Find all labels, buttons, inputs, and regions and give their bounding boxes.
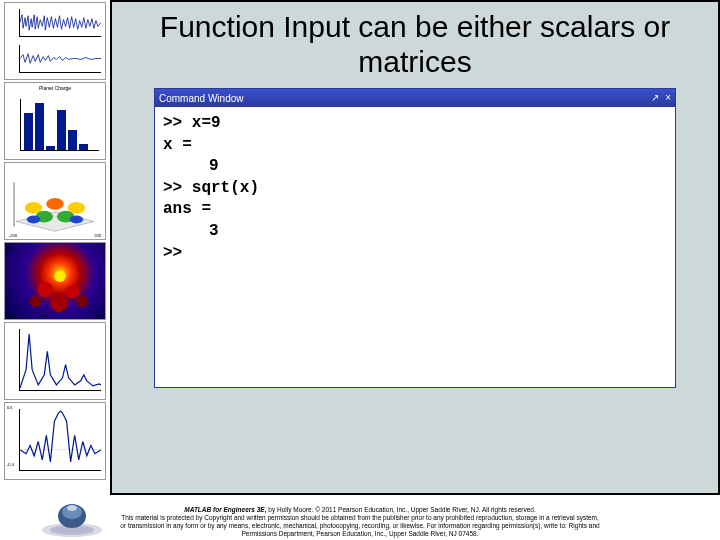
thumb-3d-surface: -200 200 xyxy=(4,162,106,240)
cmd-output: 9 xyxy=(163,156,667,178)
command-window-body[interactable]: >> x=9 x = 9>> sqrt(x) ans = 3>> xyxy=(155,107,675,387)
cmd-line: >> x=9 xyxy=(163,114,221,132)
footer-line1: by Holly Moore. © 2011 Pearson Education… xyxy=(266,506,535,513)
close-icon[interactable]: × xyxy=(665,93,671,103)
surface-icon xyxy=(14,182,94,231)
svg-point-2 xyxy=(46,198,64,210)
thumb-bar-chart: Planet Charge xyxy=(4,82,106,160)
popout-icon[interactable]: ↗ xyxy=(651,93,659,103)
thumb-bar-title: Planet Charge xyxy=(5,85,105,91)
cmd-prompt: >> xyxy=(163,244,182,262)
svg-point-6 xyxy=(27,216,41,224)
cmd-line: >> sqrt(x) xyxy=(163,179,259,197)
svg-point-7 xyxy=(70,216,84,224)
thumbnail-sidebar: Planet Charge xyxy=(0,0,110,495)
footer-line2: This material is protected by Copyright … xyxy=(120,514,599,537)
thumb-sinc: 0.6 -0.4 xyxy=(4,402,106,480)
cmd-line: ans = xyxy=(163,200,211,218)
thumb-fractal: 100 300 600 100 xyxy=(4,242,106,320)
svg-point-12 xyxy=(30,296,42,308)
command-window-titlebar: Command Window ↗ × xyxy=(155,89,675,107)
command-window: Command Window ↗ × >> x=9 x = 9>> sqrt(x… xyxy=(155,89,675,387)
slide-page: Planet Charge xyxy=(0,0,720,495)
svg-point-9 xyxy=(54,270,66,282)
footer-book-title: MATLAB for Engineers 3E, xyxy=(184,506,266,513)
cmd-line: x = xyxy=(163,136,192,154)
svg-point-13 xyxy=(76,296,88,308)
copyright-footer: MATLAB for Engineers 3E, by Holly Moore.… xyxy=(0,506,720,539)
thumb-damping xyxy=(4,322,106,400)
noise-line-icon xyxy=(20,15,101,30)
cmd-output: 3 xyxy=(163,221,667,243)
thumb-line-plots xyxy=(4,2,106,80)
fractal-icon xyxy=(5,243,105,319)
svg-point-14 xyxy=(50,295,68,313)
noise-line-icon xyxy=(20,54,101,64)
svg-point-10 xyxy=(37,282,53,298)
sinc-line-icon xyxy=(20,411,101,462)
damping-line-icon xyxy=(20,334,101,388)
slide-title: Function Input can be either scalars or … xyxy=(122,8,708,89)
slide-body: Function Input can be either scalars or … xyxy=(110,0,720,495)
command-window-title: Command Window xyxy=(159,93,243,104)
svg-point-11 xyxy=(66,285,80,299)
